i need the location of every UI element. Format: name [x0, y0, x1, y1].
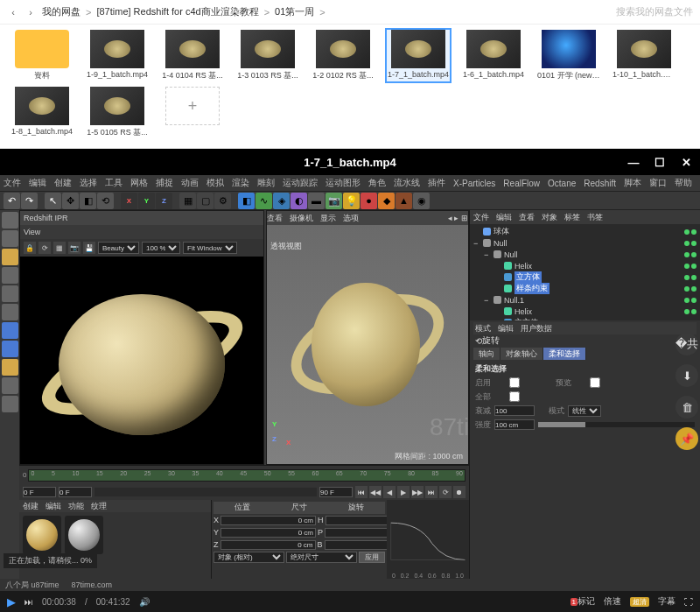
playback-btn-0[interactable]: ⏮ — [355, 486, 368, 498]
win-min[interactable]: — — [625, 153, 642, 171]
attr-preview-check[interactable] — [575, 377, 615, 388]
attr-tab-softsel[interactable]: 柔和选择 — [543, 348, 586, 360]
menu-4[interactable]: 工具 — [105, 177, 122, 189]
rotate-tool[interactable]: ⟲ — [97, 193, 114, 209]
light-icon[interactable]: 💡 — [343, 193, 360, 209]
menu-21[interactable]: 窗口 — [649, 177, 667, 189]
scale-tool[interactable]: ◧ — [80, 193, 96, 209]
menu-15[interactable]: 插件 — [428, 177, 445, 189]
vp-menu-options[interactable]: 选项 — [343, 213, 359, 224]
frame-end[interactable] — [319, 487, 353, 497]
model-mode-icon[interactable] — [2, 212, 18, 229]
delete-icon[interactable]: 🗑 — [676, 396, 698, 419]
tree-item[interactable]: −Null — [473, 237, 696, 249]
tree-item[interactable]: −Null.1 — [473, 294, 696, 306]
menu-20[interactable]: 脚本 — [624, 177, 641, 189]
tree-item[interactable]: 球体 — [473, 226, 696, 237]
camera-icon[interactable]: 📷 — [326, 193, 342, 209]
playback-btn-3[interactable]: ▶ — [397, 486, 410, 498]
floor-icon[interactable]: ▬ — [308, 193, 325, 209]
quality-button[interactable]: 超清 — [630, 597, 649, 607]
obj-menu-edit[interactable]: 编辑 — [496, 212, 512, 223]
spline-icon[interactable]: ∿ — [256, 193, 272, 209]
move-tool[interactable]: ✥ — [62, 193, 79, 209]
search-placeholder[interactable]: 搜索我的网盘文件 — [616, 5, 693, 18]
attr-menu-ud[interactable]: 用户数据 — [521, 323, 552, 334]
coord-apply-button[interactable]: 应用 — [359, 552, 385, 563]
coord-pos[interactable] — [220, 528, 316, 538]
attr-menu-mode[interactable]: 模式 — [475, 323, 491, 334]
poly-mode-icon[interactable] — [2, 304, 18, 320]
vp-menu-display[interactable]: 显示 — [320, 213, 336, 224]
tree-item[interactable]: 样条约束 — [473, 283, 696, 294]
edge-mode-icon[interactable] — [2, 285, 18, 302]
file-item[interactable]: 1-10_1_batch.m... — [612, 30, 676, 81]
speed-button[interactable]: 倍速 — [604, 595, 621, 608]
ipr-fit-select[interactable]: Fit Window — [183, 242, 237, 254]
ipr-lock-icon[interactable]: 🔒 — [24, 242, 36, 254]
attr-mode-select[interactable]: 线性 — [568, 405, 601, 417]
menu-14[interactable]: 流水线 — [394, 177, 420, 189]
render-region-icon[interactable]: ▢ — [197, 193, 214, 209]
material-2[interactable] — [65, 516, 103, 554]
fullscreen-icon[interactable]: ⛶ — [684, 597, 693, 607]
coord-pos[interactable] — [220, 516, 316, 525]
select-tool[interactable]: ↖ — [45, 193, 61, 209]
obj-menu-tags[interactable]: 标签 — [564, 212, 580, 223]
menu-12[interactable]: 运动图形 — [326, 177, 360, 189]
vp-menu-camera[interactable]: 摄像机 — [290, 213, 313, 224]
obj-menu-obj[interactable]: 对象 — [542, 212, 557, 223]
menu-7[interactable]: 动画 — [181, 177, 199, 189]
ipr-render-view[interactable] — [20, 257, 263, 464]
attr-tab-axis[interactable]: 轴向 — [473, 348, 500, 360]
pin-icon[interactable]: 📌 — [676, 427, 698, 450]
play-button[interactable]: ▶ — [7, 595, 16, 608]
falloff-curve[interactable]: 00.20.40.60.81.0 — [387, 500, 469, 579]
attr-menu-edit[interactable]: 编辑 — [498, 323, 514, 334]
axis-mode-icon[interactable] — [2, 322, 18, 339]
object-mode-icon[interactable] — [2, 230, 18, 247]
menu-8[interactable]: 模拟 — [206, 177, 224, 189]
attr-strength-input[interactable] — [494, 419, 535, 430]
attr-all-check[interactable] — [494, 391, 535, 402]
mat-menu-edit[interactable]: 编辑 — [46, 501, 61, 512]
file-item[interactable]: 1-6_1_batch.mp4 — [462, 30, 525, 81]
generator-icon[interactable]: ◈ — [273, 193, 290, 209]
undo-icon[interactable]: ↶ — [4, 193, 20, 209]
tree-item[interactable]: −Null — [473, 249, 696, 260]
next-button[interactable]: ⏭ — [24, 597, 33, 607]
volume-icon[interactable]: 🔊 — [139, 597, 150, 607]
playback-btn-2[interactable]: ◀ — [383, 486, 396, 498]
crumb-2[interactable]: 01第一周 — [275, 5, 314, 18]
download-icon[interactable]: ⬇ — [676, 364, 698, 387]
effector-icon[interactable]: ◉ — [413, 193, 430, 209]
playback-btn-1[interactable]: ◀◀ — [369, 486, 382, 498]
win-max[interactable]: ☐ — [651, 153, 668, 171]
ipr-view-menu[interactable]: View — [24, 228, 40, 236]
subtitle-button[interactable]: 字幕 — [658, 595, 676, 608]
ipr-snapshot-icon[interactable]: 📷 — [68, 242, 80, 254]
magnet-icon[interactable] — [2, 396, 18, 412]
marker-button[interactable]: 1标记 — [570, 595, 595, 608]
file-item[interactable]: 0101 开学 (new)... — [537, 30, 600, 81]
menu-0[interactable]: 文件 — [4, 177, 21, 189]
tree-item[interactable]: Helix — [473, 260, 696, 271]
timeline-track[interactable]: 051015202530354045505560657075808590 — [28, 469, 466, 482]
mat-menu-func[interactable]: 功能 — [68, 501, 84, 512]
frame-current[interactable] — [59, 487, 92, 497]
coord-size-select[interactable]: 绝对尺寸 — [286, 552, 357, 563]
mat-menu-tex[interactable]: 纹理 — [91, 501, 107, 512]
snap-icon[interactable] — [2, 341, 18, 357]
add-file-button[interactable]: + — [161, 87, 224, 138]
attr-radius-input[interactable] — [494, 405, 535, 416]
tree-item[interactable]: Helix — [473, 306, 696, 317]
obj-menu-bm[interactable]: 书签 — [587, 212, 603, 223]
tag-icon[interactable]: ◆ — [378, 193, 395, 209]
attr-enable-check[interactable] — [494, 377, 535, 388]
nav-back[interactable]: ‹ — [7, 6, 19, 18]
texture-mode-icon[interactable] — [2, 249, 18, 265]
menu-11[interactable]: 运动跟踪 — [283, 177, 318, 189]
obj-menu-file[interactable]: 文件 — [473, 212, 489, 223]
menu-18[interactable]: Octane — [548, 179, 576, 188]
locked-icon[interactable] — [2, 377, 18, 394]
